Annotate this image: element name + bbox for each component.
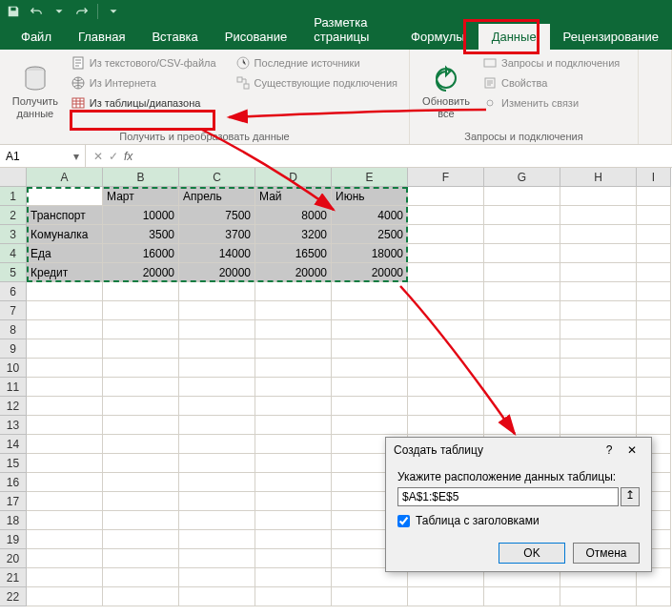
from-text-csv-button[interactable]: Из текстового/CSV-файла xyxy=(67,53,220,72)
chevron-down-icon[interactable] xyxy=(51,4,67,19)
cell[interactable] xyxy=(332,397,408,416)
cell[interactable] xyxy=(103,320,179,339)
cell[interactable] xyxy=(560,587,637,606)
cell[interactable] xyxy=(103,397,179,416)
select-all-corner[interactable] xyxy=(0,168,27,187)
cell[interactable] xyxy=(637,282,671,301)
cell[interactable] xyxy=(179,568,255,587)
row-header-3[interactable]: 3 xyxy=(0,225,27,244)
cell[interactable] xyxy=(332,587,408,606)
cell[interactable] xyxy=(103,435,179,454)
cell[interactable] xyxy=(179,473,255,492)
cell[interactable] xyxy=(179,359,255,378)
tab-formulas[interactable]: Формулы xyxy=(397,24,479,50)
cell[interactable] xyxy=(484,263,560,282)
row-header-16[interactable]: 16 xyxy=(0,473,27,492)
cell[interactable] xyxy=(255,435,332,454)
col-header-D[interactable]: D xyxy=(255,168,332,187)
cell[interactable]: 18000 xyxy=(332,244,408,263)
cell[interactable] xyxy=(255,378,332,397)
cell[interactable]: 3500 xyxy=(103,225,179,244)
tab-file[interactable]: Файл xyxy=(8,24,65,50)
edit-links-button[interactable]: Изменить связи xyxy=(479,93,623,113)
cell[interactable] xyxy=(27,568,103,587)
cell[interactable] xyxy=(255,587,332,606)
cell[interactable] xyxy=(103,282,179,301)
cell[interactable] xyxy=(637,339,671,359)
cell[interactable] xyxy=(484,320,560,339)
row-header-15[interactable]: 15 xyxy=(0,454,27,473)
cell[interactable] xyxy=(484,339,560,359)
col-header-F[interactable]: F xyxy=(408,168,484,187)
cell[interactable] xyxy=(27,416,103,435)
cell[interactable] xyxy=(27,549,103,568)
cell[interactable] xyxy=(637,378,671,397)
cell[interactable] xyxy=(103,549,179,568)
cell[interactable] xyxy=(255,282,332,301)
row-header-5[interactable]: 5 xyxy=(0,263,27,282)
row-header-17[interactable]: 17 xyxy=(0,492,27,511)
cell[interactable]: Кредит xyxy=(27,263,103,282)
cell[interactable] xyxy=(332,378,408,397)
cell[interactable] xyxy=(408,320,484,339)
cell[interactable] xyxy=(255,568,332,587)
col-header-B[interactable]: B xyxy=(103,168,179,187)
cell[interactable] xyxy=(27,454,103,473)
cell[interactable] xyxy=(332,416,408,435)
cell[interactable]: 20000 xyxy=(255,263,332,282)
cell[interactable] xyxy=(560,206,637,225)
cell[interactable] xyxy=(408,282,484,301)
cell[interactable]: 20000 xyxy=(179,263,255,282)
cell[interactable] xyxy=(27,473,103,492)
cell[interactable]: 20000 xyxy=(332,263,408,282)
cell[interactable] xyxy=(484,397,560,416)
name-box[interactable]: A1 ▾ xyxy=(0,145,86,167)
cell[interactable] xyxy=(408,301,484,320)
cell[interactable]: 3700 xyxy=(179,225,255,244)
cell[interactable] xyxy=(484,587,560,606)
cell[interactable] xyxy=(27,359,103,378)
cell[interactable] xyxy=(560,225,637,244)
row-header-18[interactable]: 18 xyxy=(0,511,27,530)
cell[interactable] xyxy=(103,339,179,359)
cell[interactable] xyxy=(637,587,671,606)
cell[interactable] xyxy=(408,339,484,359)
cell[interactable]: 10000 xyxy=(103,206,179,225)
formula-bar[interactable] xyxy=(140,145,672,167)
cell[interactable] xyxy=(27,511,103,530)
cell[interactable] xyxy=(103,587,179,606)
cell[interactable]: 7500 xyxy=(179,206,255,225)
cell[interactable] xyxy=(332,339,408,359)
cell[interactable] xyxy=(27,587,103,606)
cell[interactable] xyxy=(637,187,671,206)
col-header-H[interactable]: H xyxy=(560,168,637,187)
cell[interactable]: Транспорт xyxy=(27,206,103,225)
existing-connections-button[interactable]: Существующие подключения xyxy=(232,73,401,92)
col-header-A[interactable]: A xyxy=(27,168,103,187)
cell[interactable]: Еда xyxy=(27,244,103,263)
row-header-13[interactable]: 13 xyxy=(0,416,27,435)
tab-page-layout[interactable]: Разметка страницы xyxy=(300,10,397,50)
cell[interactable] xyxy=(103,378,179,397)
cell[interactable] xyxy=(408,397,484,416)
cell[interactable] xyxy=(179,301,255,320)
cell[interactable] xyxy=(332,301,408,320)
cell[interactable] xyxy=(332,282,408,301)
cell[interactable] xyxy=(484,282,560,301)
cell[interactable] xyxy=(408,263,484,282)
cell[interactable] xyxy=(179,492,255,511)
col-header-C[interactable]: C xyxy=(179,168,255,187)
row-header-19[interactable]: 19 xyxy=(0,530,27,549)
cell[interactable] xyxy=(179,549,255,568)
queries-connections-button[interactable]: Запросы и подключения xyxy=(479,53,623,72)
dialog-help-button[interactable]: ? xyxy=(598,443,621,457)
row-header-11[interactable]: 11 xyxy=(0,378,27,397)
dialog-titlebar[interactable]: Создать таблицу ? ✕ xyxy=(386,438,651,462)
cell[interactable] xyxy=(484,416,560,435)
cell[interactable] xyxy=(255,473,332,492)
row-header-12[interactable]: 12 xyxy=(0,397,27,416)
cell[interactable] xyxy=(560,416,637,435)
get-data-button[interactable]: Получить данные xyxy=(8,53,63,129)
cell[interactable] xyxy=(408,187,484,206)
cell[interactable] xyxy=(103,492,179,511)
